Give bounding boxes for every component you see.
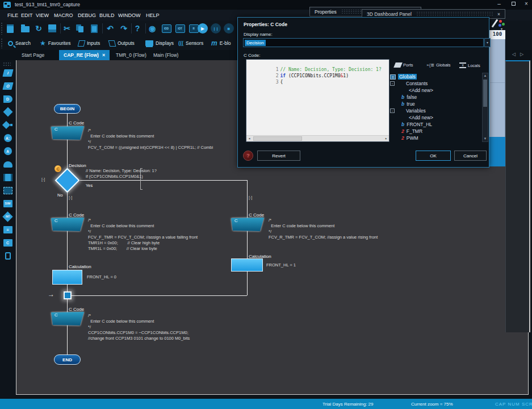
tree-item-true[interactable]: b true (401, 101, 415, 107)
calculation-block-left[interactable] (52, 270, 82, 285)
menu-help[interactable]: HELP (146, 12, 160, 18)
tree-item-pwm[interactable]: 2 PWM (401, 135, 418, 141)
menu-edit[interactable]: EDIT (21, 12, 33, 18)
tree-item-front-hl[interactable]: b FRONT_HL (401, 121, 432, 128)
tab-main-flow[interactable]: Main (Flow) (149, 50, 183, 60)
tab-close-icon[interactable]: × (102, 52, 105, 58)
scroll-right-icon[interactable]: ▸ (383, 136, 389, 141)
scrollbar-thumb[interactable] (253, 136, 302, 141)
eblocks-group[interactable]: m E-blo (211, 39, 231, 48)
run-icon[interactable]: ▶ (196, 22, 209, 35)
palette-decision-icon[interactable] (2, 107, 13, 116)
merge-junction[interactable] (64, 291, 72, 299)
palette-delay-icon[interactable]: D (2, 94, 13, 103)
palette-grip[interactable] (3, 62, 11, 66)
calculation-block-right[interactable] (231, 258, 263, 272)
tab-start-page[interactable]: Start Page (17, 50, 49, 60)
editor-horizontal-scrollbar[interactable]: ◂ ▸ (246, 135, 389, 141)
cut-icon[interactable]: ✂ (61, 22, 73, 35)
tab-globals[interactable]: ×{≣ Globals (426, 62, 450, 68)
palette-c-code-icon[interactable]: C (2, 238, 13, 247)
redo-icon[interactable]: ↷ (118, 22, 130, 35)
collapse-box-icon[interactable]: - (390, 108, 395, 113)
scroll-down-icon[interactable]: ▼ (483, 136, 488, 141)
scrollbar-thumb[interactable] (483, 80, 487, 107)
collapse-toggle[interactable]: [-] (69, 195, 72, 199)
toolbar-grip[interactable] (1, 38, 3, 48)
palette-call-macro-icon[interactable] (2, 173, 13, 182)
palette-goto-icon[interactable]: A (2, 147, 13, 156)
search-group[interactable]: Search (8, 39, 31, 48)
chip-io-test-icon[interactable]: IOT (174, 22, 186, 35)
c-code-editor[interactable]: 1// Name: Decision, Type: Decision: 1? 2… (246, 59, 389, 142)
tree-item-add-constant[interactable]: <Add new> (409, 87, 433, 94)
tree-item-variables[interactable]: - Variables (390, 107, 426, 114)
display-name-dropdown-icon[interactable]: ▾ (484, 38, 491, 47)
palette-comment-icon[interactable] (2, 186, 13, 195)
c-code-block-3[interactable]: C (51, 312, 84, 325)
menu-file[interactable]: FILE (7, 12, 18, 18)
displays-group[interactable]: Displays (145, 39, 174, 48)
tree-item-f-tmr[interactable]: 2 F_TMR (401, 128, 422, 135)
palette-loop-icon[interactable] (2, 251, 13, 260)
dialog-help-icon[interactable]: ? (243, 151, 253, 161)
tab-ports[interactable]: Ports (395, 62, 413, 68)
menu-build[interactable]: BUILD (99, 12, 115, 18)
stop-icon[interactable]: ■ (223, 22, 235, 35)
palette-sim-macro-icon[interactable]: SIM (2, 199, 13, 208)
tree-item-add-variable[interactable]: <Add new> (409, 114, 433, 121)
tab-scroll-right-icon[interactable]: ▷ (520, 52, 523, 57)
tree-item-constants[interactable]: - Constants (390, 80, 428, 87)
tree-scrollbar[interactable]: ▲ ▼ (482, 73, 488, 142)
palette-calculation-icon[interactable]: = (2, 225, 13, 234)
collapse-toggle[interactable]: [-] (249, 195, 252, 199)
panel-zoom-value[interactable]: 100 (489, 30, 505, 39)
palette-input-icon[interactable]: I (2, 68, 13, 77)
collapse-toggle[interactable]: [-] (41, 177, 45, 181)
pause-icon[interactable]: ❙❙ (210, 22, 222, 35)
minimize-button[interactable]: – (495, 1, 504, 7)
revert-button[interactable]: Revert (257, 151, 300, 161)
toolbar-grip[interactable] (1, 22, 3, 35)
menu-window[interactable]: WINDOW (118, 12, 141, 18)
tab-cap-re-flow[interactable]: CAP_RE (Flow) × (59, 50, 110, 60)
tab-scroll-left-icon[interactable]: ◁ (512, 52, 516, 57)
copy-icon[interactable] (74, 22, 86, 35)
collapse-box-icon[interactable]: - (390, 81, 395, 86)
panel-slider-track[interactable] (489, 39, 505, 137)
maximize-button[interactable] (509, 1, 518, 7)
palette-switch-icon[interactable] (2, 120, 13, 130)
inputs-group[interactable]: Inputs (78, 39, 100, 48)
outputs-group[interactable]: Outputs (109, 39, 135, 48)
begin-block[interactable]: BEGIN (54, 104, 81, 114)
save-icon[interactable] (46, 22, 58, 35)
view-eye-icon[interactable]: ◉ (146, 22, 158, 35)
sensors-group[interactable]: ((( Sensors (178, 39, 203, 48)
favourites-group[interactable]: ★ Favourites (40, 39, 70, 48)
c-code-block-right[interactable]: C (231, 218, 264, 231)
c-code-block-2[interactable]: C (51, 218, 84, 231)
help-icon[interactable]: ? (131, 22, 144, 35)
menu-macro[interactable]: MACRO (54, 12, 73, 18)
paste-icon[interactable] (88, 22, 100, 35)
cancel-button[interactable]: Cancel (454, 151, 487, 161)
panel-slider-fill[interactable] (489, 137, 505, 166)
tab-locals[interactable]: x Locals (459, 62, 480, 68)
palette-macro-icon[interactable] (2, 160, 13, 169)
tree-item-false[interactable]: b false (401, 94, 417, 101)
end-block[interactable]: END (54, 354, 81, 365)
chip-io-debug-icon[interactable]: IOD (160, 22, 173, 35)
undo-icon[interactable]: ↶ (104, 22, 116, 35)
ok-button[interactable]: OK (416, 151, 451, 161)
c-code-block-1[interactable]: C (51, 126, 84, 140)
close-button[interactable]: × (522, 1, 531, 7)
menu-debug[interactable]: DEBUG (78, 12, 96, 18)
open-file-icon[interactable] (19, 22, 31, 35)
reload-icon[interactable]: ↻ (32, 22, 45, 35)
tab-tmr-0-flow[interactable]: TMR_0 (Flow) (111, 50, 151, 60)
scroll-up-icon[interactable]: ▲ (483, 73, 488, 78)
dashboard-close-icon[interactable]: × (497, 11, 500, 17)
palette-output-icon[interactable]: O (2, 81, 13, 90)
scroll-left-icon[interactable]: ◂ (246, 136, 252, 141)
menu-view[interactable]: VIEW (36, 12, 49, 18)
